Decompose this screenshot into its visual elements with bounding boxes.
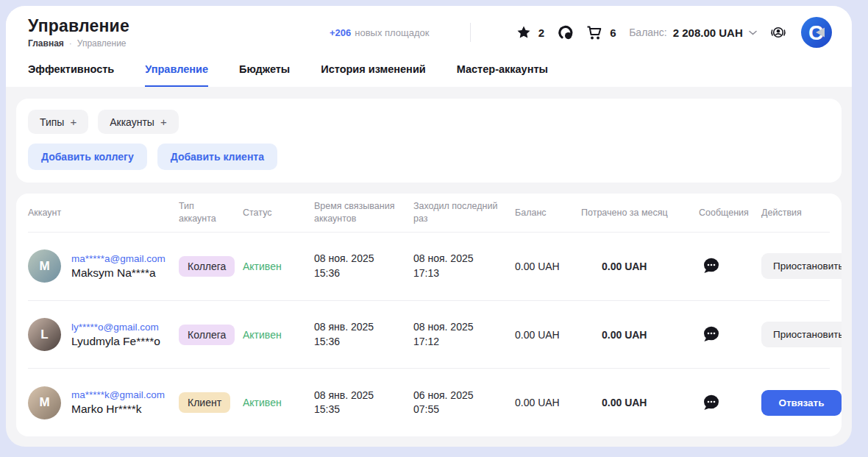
add-client-button[interactable]: Добавить клиента bbox=[157, 144, 277, 170]
last-login-date: 08 ноя. 2025 bbox=[413, 320, 515, 335]
col-balance: Баланс bbox=[515, 207, 581, 219]
col-messages: Сообщения bbox=[699, 207, 761, 219]
support-stat[interactable] bbox=[558, 24, 574, 40]
chip-label: Аккаунты bbox=[110, 116, 154, 128]
account-name: Marko Hr****k bbox=[71, 403, 165, 416]
actions-cell: Приостановить bbox=[761, 253, 842, 279]
last-login-cell: 08 ноя. 2025 17:12 bbox=[413, 320, 515, 349]
tab-budgets[interactable]: Бюджеты bbox=[239, 63, 290, 87]
status-badge: Активен bbox=[243, 397, 314, 408]
balance-cell: 0.00 UAH bbox=[515, 261, 581, 272]
unlink-button[interactable]: Отвязать bbox=[761, 390, 842, 416]
account-cell: L ly*****o@gmail.com Lyudmyla Fe****o bbox=[28, 318, 179, 351]
status-badge: Активен bbox=[243, 329, 314, 341]
account-type-badge: Коллега bbox=[179, 325, 235, 345]
spent-cell: 0.00 UAH bbox=[581, 261, 699, 272]
balance-dropdown[interactable]: Баланс: 2 208.00 UAH bbox=[629, 26, 757, 39]
breadcrumb: Главная · Управление bbox=[28, 38, 330, 49]
favorites-stat[interactable]: 2 bbox=[516, 25, 544, 40]
account-name: Lyudmyla Fe****o bbox=[71, 335, 160, 348]
account-type-badge: Коллега bbox=[179, 256, 235, 277]
link-time-cell: 08 янв. 2025 15:36 bbox=[314, 320, 413, 349]
col-actions: Действия bbox=[761, 207, 830, 219]
messages-cell bbox=[699, 257, 761, 275]
plus-icon: + bbox=[160, 116, 167, 128]
table-header-row: Аккаунт Тип аккаунта Статус Время связыв… bbox=[28, 194, 830, 232]
avatar: L bbox=[28, 318, 61, 351]
table-row: M ma*****a@gmail.com Maksym Na****a Колл… bbox=[28, 232, 830, 300]
tab-bar: Эффективность Управление Бюджеты История… bbox=[6, 56, 852, 87]
notification-icon[interactable] bbox=[769, 24, 787, 41]
account-email[interactable]: ly*****o@gmail.com bbox=[71, 322, 160, 333]
chevron-down-icon bbox=[749, 30, 757, 35]
col-account: Аккаунт bbox=[28, 207, 179, 219]
suspend-button[interactable]: Приостановить bbox=[761, 322, 842, 347]
chip-label: Типы bbox=[40, 116, 64, 128]
last-login-cell: 08 ноя. 2025 17:13 bbox=[413, 252, 515, 280]
account-cell: M ma*****k@gmail.com Marko Hr****k bbox=[28, 386, 179, 419]
col-status: Статус bbox=[243, 207, 314, 219]
col-link-time: Время связывания аккаунтов bbox=[314, 200, 413, 225]
suspend-button[interactable]: Приостановить bbox=[761, 253, 842, 279]
col-account-type: Тип аккаунта bbox=[179, 200, 243, 225]
account-email[interactable]: ma*****k@gmail.com bbox=[71, 389, 165, 400]
spent-cell: 0.00 UAH bbox=[581, 329, 699, 341]
breadcrumb-separator: · bbox=[69, 38, 72, 49]
add-colleague-button[interactable]: Добавить коллегу bbox=[28, 144, 147, 170]
app-logo[interactable]: C bbox=[800, 16, 833, 49]
header-right: +206 новых площадок 2 bbox=[330, 16, 833, 49]
link-time: 15:36 bbox=[314, 266, 413, 281]
link-time-cell: 08 янв. 2025 15:35 bbox=[314, 389, 413, 417]
title-block: Управление Главная · Управление bbox=[28, 16, 330, 49]
last-login-date: 08 ноя. 2025 bbox=[413, 252, 515, 266]
col-spent: Потрачено за месяц bbox=[581, 207, 699, 219]
col-last-login: Заходил последний раз bbox=[413, 200, 515, 225]
new-sites-indicator[interactable]: +206 новых площадок bbox=[330, 27, 430, 38]
last-login-time: 07:55 bbox=[413, 403, 515, 417]
link-time: 15:36 bbox=[314, 335, 413, 350]
header-divider bbox=[470, 23, 471, 42]
actions-cell: Отвязать bbox=[761, 390, 842, 416]
cart-count: 6 bbox=[610, 26, 616, 39]
cart-icon[interactable] bbox=[586, 25, 602, 40]
content-area: Типы + Аккаунты + Добавить коллегу Добав… bbox=[6, 87, 852, 447]
messages-cell bbox=[699, 394, 761, 412]
balance-value: 2 208.00 UAH bbox=[673, 26, 743, 39]
tab-change-history[interactable]: История изменений bbox=[321, 63, 425, 87]
filter-chip-row: Типы + Аккаунты + bbox=[28, 110, 830, 134]
star-icon[interactable] bbox=[516, 25, 531, 40]
link-date: 08 янв. 2025 bbox=[314, 320, 413, 335]
filters-card: Типы + Аккаунты + Добавить коллегу Добав… bbox=[16, 99, 842, 183]
account-name: Maksym Na****a bbox=[71, 266, 166, 280]
last-login-cell: 06 ноя. 2025 07:55 bbox=[413, 389, 515, 417]
filter-action-row: Добавить коллегу Добавить клиента bbox=[28, 144, 830, 170]
avatar: M bbox=[28, 249, 61, 283]
app-window: Управление Главная · Управление +206 нов… bbox=[6, 6, 852, 447]
filter-chip-accounts[interactable]: Аккаунты + bbox=[98, 110, 179, 134]
filter-chip-types[interactable]: Типы + bbox=[28, 110, 88, 134]
support-icon[interactable] bbox=[558, 24, 574, 40]
account-type-badge: Клиент bbox=[179, 392, 230, 413]
tab-management[interactable]: Управление bbox=[145, 63, 208, 87]
tab-effectiveness[interactable]: Эффективность bbox=[28, 63, 114, 87]
link-date: 08 янв. 2025 bbox=[314, 389, 413, 403]
tab-master-accounts[interactable]: Мастер-аккаунты bbox=[457, 63, 548, 87]
status-badge: Активен bbox=[243, 261, 314, 272]
page-title: Управление bbox=[28, 16, 330, 36]
chat-icon[interactable] bbox=[702, 325, 721, 344]
link-time: 15:35 bbox=[314, 403, 413, 417]
breadcrumb-current: Управление bbox=[77, 38, 127, 49]
cart-stat[interactable]: 6 bbox=[586, 25, 616, 40]
chat-icon[interactable] bbox=[702, 394, 721, 412]
avatar: M bbox=[28, 386, 61, 419]
balance-cell: 0.00 UAH bbox=[515, 397, 581, 408]
actions-cell: Приостановить bbox=[761, 322, 842, 347]
account-email[interactable]: ma*****a@gmail.com bbox=[71, 253, 166, 264]
last-login-date: 06 ноя. 2025 bbox=[413, 389, 515, 403]
messages-cell bbox=[699, 325, 761, 344]
account-cell: M ma*****a@gmail.com Maksym Na****a bbox=[28, 249, 179, 283]
spent-cell: 0.00 UAH bbox=[581, 397, 699, 408]
accounts-table-card: Аккаунт Тип аккаунта Статус Время связыв… bbox=[16, 194, 842, 436]
chat-icon[interactable] bbox=[702, 257, 721, 275]
breadcrumb-home[interactable]: Главная bbox=[28, 38, 64, 49]
